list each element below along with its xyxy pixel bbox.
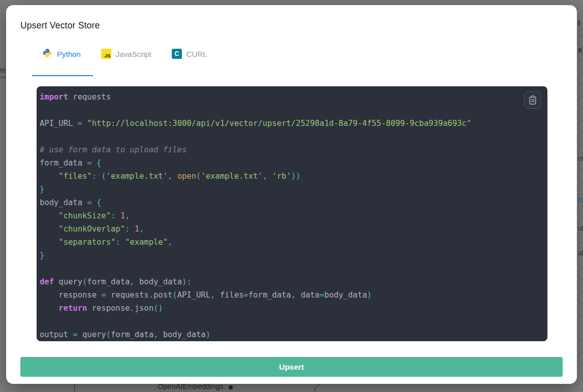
bg-text-fragment: ut	[578, 224, 583, 232]
javascript-icon: JS	[101, 49, 111, 59]
upsert-button[interactable]: Upsert	[20, 357, 563, 377]
upsert-button-label: Upsert	[279, 363, 304, 372]
active-tab-indicator	[32, 75, 93, 76]
language-tabs: Python JS JavaScript C CURL	[32, 44, 218, 64]
tab-javascript[interactable]: JS JavaScript	[91, 44, 162, 64]
tab-label: CURL	[187, 50, 207, 58]
dialog-title: Upsert Vector Store	[20, 20, 100, 31]
tab-python[interactable]: Python	[32, 44, 91, 64]
upsert-vector-store-dialog: Upsert Vector Store Python JS JavaScript…	[6, 5, 577, 384]
code-content: import requests API_URL = "http://localh…	[40, 90, 543, 341]
tab-label: JavaScript	[116, 50, 151, 58]
copy-code-button[interactable]	[524, 91, 541, 109]
clipboard-icon	[528, 95, 538, 105]
python-icon	[42, 49, 52, 59]
bg-text-fragment: nt	[578, 154, 583, 162]
bg-text-fragment: l	[578, 19, 580, 27]
bg-node-edge	[74, 384, 75, 392]
bg-text-fragment: al	[578, 249, 583, 257]
tab-curl[interactable]: C CURL	[162, 44, 218, 64]
tab-label: Python	[57, 50, 81, 58]
bg-node-connector-dot	[229, 385, 233, 389]
curl-icon: C	[172, 49, 182, 59]
bg-text-fragment: s	[578, 46, 582, 54]
bg-divider	[0, 77, 6, 78]
code-snippet-block: import requests API_URL = "http://localh…	[37, 86, 547, 341]
bg-text-fragment: ra	[578, 195, 583, 204]
bg-text-fragment-left: te	[0, 66, 6, 74]
